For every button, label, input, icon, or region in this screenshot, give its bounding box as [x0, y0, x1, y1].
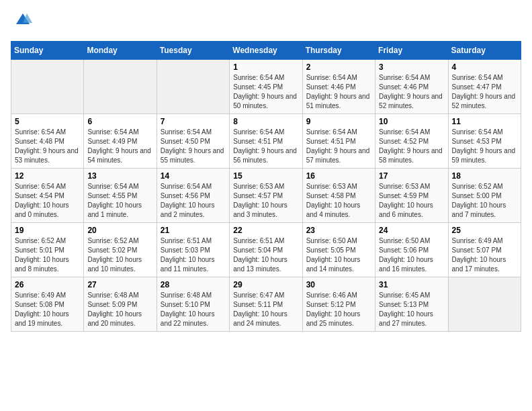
day-number: 5 — [15, 117, 80, 126]
day-number: 8 — [233, 117, 298, 126]
day-info: Sunrise: 6:54 AMSunset: 4:49 PMDaylight:… — [87, 128, 151, 164]
day-info: Sunrise: 6:54 AMSunset: 4:47 PMDaylight:… — [452, 74, 516, 109]
logo — [11, 11, 32, 33]
day-number: 7 — [161, 117, 226, 126]
day-number: 21 — [161, 226, 226, 235]
day-info: Sunrise: 6:50 AMSunset: 5:05 PMDaylight:… — [306, 237, 361, 273]
day-number: 6 — [87, 117, 152, 126]
day-info: Sunrise: 6:54 AMSunset: 4:56 PMDaylight:… — [161, 183, 215, 218]
calendar-cell: 27 Sunrise: 6:48 AMSunset: 5:09 PMDaylig… — [84, 277, 157, 331]
day-number: 12 — [15, 171, 80, 181]
day-info: Sunrise: 6:49 AMSunset: 5:07 PMDaylight:… — [452, 237, 506, 273]
day-info: Sunrise: 6:54 AMSunset: 4:48 PMDaylight:… — [15, 128, 79, 164]
calendar-cell: 17 Sunrise: 6:53 AMSunset: 4:59 PMDaylig… — [375, 168, 448, 222]
page-header — [11, 11, 521, 33]
day-info: Sunrise: 6:53 AMSunset: 4:58 PMDaylight:… — [306, 183, 361, 218]
calendar-cell: 2 Sunrise: 6:54 AMSunset: 4:46 PMDayligh… — [302, 59, 375, 113]
day-number: 25 — [452, 226, 517, 235]
calendar-cell — [84, 59, 157, 113]
calendar-cell: 30 Sunrise: 6:46 AMSunset: 5:12 PMDaylig… — [302, 277, 375, 331]
day-number: 27 — [87, 280, 152, 289]
day-number: 22 — [233, 226, 298, 235]
calendar-cell: 26 Sunrise: 6:49 AMSunset: 5:08 PMDaylig… — [11, 277, 84, 331]
calendar-cell: 11 Sunrise: 6:54 AMSunset: 4:53 PMDaylig… — [448, 113, 521, 168]
calendar-cell: 21 Sunrise: 6:51 AMSunset: 5:03 PMDaylig… — [157, 222, 229, 277]
day-number: 20 — [87, 226, 152, 235]
calendar-cell: 23 Sunrise: 6:50 AMSunset: 5:05 PMDaylig… — [302, 222, 375, 277]
calendar-cell: 31 Sunrise: 6:45 AMSunset: 5:13 PMDaylig… — [375, 277, 448, 331]
calendar-cell — [11, 59, 84, 113]
calendar-cell — [448, 277, 521, 331]
calendar-cell: 4 Sunrise: 6:54 AMSunset: 4:47 PMDayligh… — [448, 59, 521, 113]
calendar-cell: 28 Sunrise: 6:48 AMSunset: 5:10 PMDaylig… — [157, 277, 229, 331]
logo-icon — [13, 11, 32, 30]
calendar-cell: 19 Sunrise: 6:52 AMSunset: 5:01 PMDaylig… — [11, 222, 84, 277]
calendar-cell: 9 Sunrise: 6:54 AMSunset: 4:51 PMDayligh… — [302, 113, 375, 168]
day-number: 4 — [452, 62, 517, 72]
day-header-thursday: Thursday — [302, 41, 375, 59]
day-info: Sunrise: 6:47 AMSunset: 5:11 PMDaylight:… — [233, 291, 287, 327]
day-info: Sunrise: 6:54 AMSunset: 4:51 PMDaylight:… — [306, 128, 370, 164]
calendar-cell: 24 Sunrise: 6:50 AMSunset: 5:06 PMDaylig… — [375, 222, 448, 277]
calendar-cell — [157, 59, 229, 113]
day-number: 9 — [306, 117, 371, 126]
calendar-table: SundayMondayTuesdayWednesdayThursdayFrid… — [11, 41, 521, 332]
week-row-3: 12 Sunrise: 6:54 AMSunset: 4:54 PMDaylig… — [11, 168, 521, 222]
day-info: Sunrise: 6:51 AMSunset: 5:04 PMDaylight:… — [233, 237, 287, 273]
calendar-cell: 10 Sunrise: 6:54 AMSunset: 4:52 PMDaylig… — [375, 113, 448, 168]
day-info: Sunrise: 6:54 AMSunset: 4:54 PMDaylight:… — [15, 183, 69, 218]
day-number: 31 — [379, 280, 444, 289]
day-number: 1 — [233, 62, 298, 72]
calendar-cell: 22 Sunrise: 6:51 AMSunset: 5:04 PMDaylig… — [230, 222, 302, 277]
calendar-cell: 13 Sunrise: 6:54 AMSunset: 4:55 PMDaylig… — [84, 168, 157, 222]
day-info: Sunrise: 6:54 AMSunset: 4:46 PMDaylight:… — [306, 74, 370, 109]
week-row-2: 5 Sunrise: 6:54 AMSunset: 4:48 PMDayligh… — [11, 113, 521, 168]
day-header-tuesday: Tuesday — [157, 41, 229, 59]
day-info: Sunrise: 6:54 AMSunset: 4:45 PMDaylight:… — [233, 74, 297, 109]
calendar-cell: 14 Sunrise: 6:54 AMSunset: 4:56 PMDaylig… — [157, 168, 229, 222]
calendar-cell: 3 Sunrise: 6:54 AMSunset: 4:46 PMDayligh… — [375, 59, 448, 113]
calendar-cell: 6 Sunrise: 6:54 AMSunset: 4:49 PMDayligh… — [84, 113, 157, 168]
day-number: 26 — [15, 280, 80, 289]
calendar-cell: 12 Sunrise: 6:54 AMSunset: 4:54 PMDaylig… — [11, 168, 84, 222]
week-row-5: 26 Sunrise: 6:49 AMSunset: 5:08 PMDaylig… — [11, 277, 521, 331]
day-info: Sunrise: 6:54 AMSunset: 4:46 PMDaylight:… — [379, 74, 443, 109]
day-info: Sunrise: 6:54 AMSunset: 4:51 PMDaylight:… — [233, 128, 297, 164]
day-info: Sunrise: 6:48 AMSunset: 5:10 PMDaylight:… — [161, 291, 215, 327]
day-number: 18 — [452, 171, 517, 181]
day-number: 24 — [379, 226, 444, 235]
day-info: Sunrise: 6:54 AMSunset: 4:55 PMDaylight:… — [87, 183, 142, 218]
calendar-cell: 1 Sunrise: 6:54 AMSunset: 4:45 PMDayligh… — [230, 59, 302, 113]
day-info: Sunrise: 6:50 AMSunset: 5:06 PMDaylight:… — [379, 237, 433, 273]
day-number: 23 — [306, 226, 371, 235]
day-info: Sunrise: 6:48 AMSunset: 5:09 PMDaylight:… — [87, 291, 142, 327]
week-row-1: 1 Sunrise: 6:54 AMSunset: 4:45 PMDayligh… — [11, 59, 521, 113]
calendar-cell: 18 Sunrise: 6:52 AMSunset: 5:00 PMDaylig… — [448, 168, 521, 222]
day-info: Sunrise: 6:46 AMSunset: 5:12 PMDaylight:… — [306, 291, 361, 327]
calendar-cell: 8 Sunrise: 6:54 AMSunset: 4:51 PMDayligh… — [230, 113, 302, 168]
calendar-cell: 20 Sunrise: 6:52 AMSunset: 5:02 PMDaylig… — [84, 222, 157, 277]
calendar-cell: 25 Sunrise: 6:49 AMSunset: 5:07 PMDaylig… — [448, 222, 521, 277]
day-info: Sunrise: 6:53 AMSunset: 4:57 PMDaylight:… — [233, 183, 287, 218]
calendar-cell: 5 Sunrise: 6:54 AMSunset: 4:48 PMDayligh… — [11, 113, 84, 168]
day-info: Sunrise: 6:49 AMSunset: 5:08 PMDaylight:… — [15, 291, 69, 327]
day-number: 29 — [233, 280, 298, 289]
day-number: 28 — [161, 280, 226, 289]
day-number: 19 — [15, 226, 80, 235]
day-info: Sunrise: 6:52 AMSunset: 5:00 PMDaylight:… — [452, 183, 506, 218]
day-number: 30 — [306, 280, 371, 289]
day-info: Sunrise: 6:54 AMSunset: 4:50 PMDaylight:… — [161, 128, 224, 164]
day-number: 3 — [379, 62, 444, 72]
day-header-friday: Friday — [375, 41, 448, 59]
day-info: Sunrise: 6:52 AMSunset: 5:02 PMDaylight:… — [87, 237, 142, 273]
day-header-wednesday: Wednesday — [230, 41, 302, 59]
calendar-cell: 29 Sunrise: 6:47 AMSunset: 5:11 PMDaylig… — [230, 277, 302, 331]
calendar-cell: 16 Sunrise: 6:53 AMSunset: 4:58 PMDaylig… — [302, 168, 375, 222]
calendar-cell: 15 Sunrise: 6:53 AMSunset: 4:57 PMDaylig… — [230, 168, 302, 222]
day-info: Sunrise: 6:51 AMSunset: 5:03 PMDaylight:… — [161, 237, 215, 273]
day-info: Sunrise: 6:54 AMSunset: 4:52 PMDaylight:… — [379, 128, 443, 164]
day-number: 11 — [452, 117, 517, 126]
day-number: 10 — [379, 117, 444, 126]
days-header-row: SundayMondayTuesdayWednesdayThursdayFrid… — [11, 41, 521, 59]
day-info: Sunrise: 6:54 AMSunset: 4:53 PMDaylight:… — [452, 128, 516, 164]
